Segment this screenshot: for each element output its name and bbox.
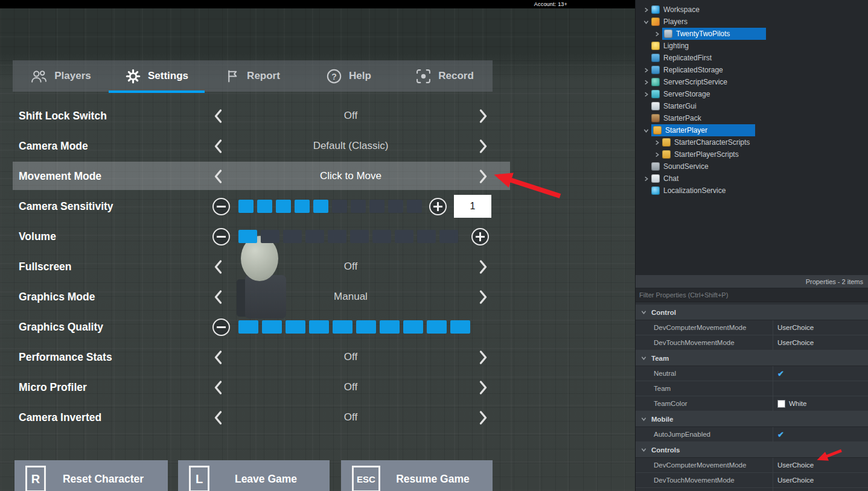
explorer-item-serverscriptservice[interactable]: ServerScriptService <box>636 76 868 88</box>
property-value-cell[interactable] <box>773 488 868 491</box>
slider-segment[interactable] <box>238 230 257 243</box>
property-value-cell[interactable]: ✔ <box>773 427 868 442</box>
selector-prev-button[interactable] <box>212 289 224 305</box>
property-value-cell[interactable]: UserChoice <box>773 335 868 350</box>
slider-segment[interactable] <box>380 320 400 334</box>
tree-collapse-chevron[interactable] <box>640 19 651 25</box>
slider-segment[interactable] <box>238 200 254 213</box>
filter-properties-input[interactable] <box>636 291 868 299</box>
slider-segment[interactable] <box>305 230 324 243</box>
properties-section-controls[interactable]: Controls <box>636 442 868 458</box>
slider-segment[interactable] <box>407 200 422 213</box>
explorer-item-serverstorage[interactable]: ServerStorage <box>636 88 868 100</box>
slider-segment[interactable] <box>439 230 458 243</box>
color-swatch[interactable] <box>777 400 785 408</box>
slider-segment[interactable] <box>388 200 403 213</box>
tab-record[interactable]: Record <box>397 60 493 92</box>
explorer-item-chat[interactable]: Chat <box>636 173 868 185</box>
explorer-item-starterplayerscripts[interactable]: StarterPlayerScripts <box>636 148 868 160</box>
selector-next-button[interactable] <box>477 108 489 124</box>
slider-segment[interactable] <box>450 320 470 334</box>
tree-expand-chevron[interactable] <box>640 176 651 182</box>
slider-segment[interactable] <box>257 200 272 213</box>
selector-prev-button[interactable] <box>212 168 224 185</box>
slider-segment[interactable] <box>295 200 310 213</box>
property-value-cell[interactable]: UserChoice <box>773 320 868 335</box>
slider-segment[interactable] <box>417 230 436 243</box>
slider-segment[interactable] <box>369 200 385 213</box>
selector-prev-button[interactable] <box>212 379 224 396</box>
selector-next-button[interactable] <box>477 259 489 275</box>
increase-button[interactable] <box>471 228 489 246</box>
selector-prev-button[interactable] <box>212 138 224 154</box>
tree-expand-chevron[interactable] <box>651 31 662 37</box>
checkbox-checked-icon[interactable]: ✔ <box>777 430 784 439</box>
explorer-item-soundservice[interactable]: SoundService <box>636 160 868 173</box>
slider-segment[interactable] <box>276 200 291 213</box>
slider-segment[interactable] <box>313 200 328 213</box>
slider-segment[interactable] <box>356 320 376 334</box>
selector-prev-button[interactable] <box>212 259 224 275</box>
tab-settings[interactable]: Settings <box>109 60 205 92</box>
explorer-item-starterplayer[interactable]: StarterPlayer <box>636 124 868 136</box>
property-value-cell[interactable]: White <box>773 396 868 411</box>
tree-expand-chevron[interactable] <box>640 92 651 97</box>
explorer-item-startercharacterscripts[interactable]: StarterCharacterScripts <box>636 136 868 148</box>
selector-next-button[interactable] <box>477 349 489 366</box>
slider-segment[interactable] <box>372 230 391 243</box>
selector-next-button[interactable] <box>477 289 489 305</box>
tree-expand-chevron[interactable] <box>651 152 662 157</box>
tab-help[interactable]: ? Help <box>301 60 397 92</box>
properties-section-mobile[interactable]: Mobile <box>636 411 868 427</box>
slider-segment[interactable] <box>262 320 282 334</box>
decrease-button[interactable] <box>212 228 230 246</box>
checkbox-checked-icon[interactable]: ✔ <box>777 369 784 378</box>
explorer-item-localizationservice[interactable]: LocalizationService <box>636 185 868 197</box>
explorer-item-players[interactable]: Players <box>636 16 868 28</box>
section-collapse-chevron[interactable] <box>636 447 651 452</box>
slider-segment[interactable] <box>351 200 366 213</box>
slider-segment[interactable] <box>350 230 369 243</box>
slider-segment[interactable] <box>238 320 258 334</box>
camera-sensitivity-input[interactable] <box>454 195 491 218</box>
slider-segment[interactable] <box>403 320 423 334</box>
increase-button[interactable] <box>429 198 447 215</box>
selector-next-button[interactable] <box>477 168 489 185</box>
tab-players[interactable]: Players <box>13 60 109 92</box>
explorer-item-replicatedstorage[interactable]: ReplicatedStorage <box>636 64 868 76</box>
property-value-cell[interactable]: UserChoice <box>773 458 868 472</box>
slider-segment[interactable] <box>333 320 353 334</box>
section-collapse-chevron[interactable] <box>636 309 651 315</box>
explorer-item-lighting[interactable]: Lighting <box>636 40 868 52</box>
tree-expand-chevron[interactable] <box>640 68 651 73</box>
tree-expand-chevron[interactable] <box>640 80 651 85</box>
explorer-item-startergui[interactable]: StarterGui <box>636 100 868 112</box>
tree-expand-chevron[interactable] <box>640 7 651 13</box>
slider-segment[interactable] <box>261 230 279 243</box>
section-collapse-chevron[interactable] <box>636 416 651 422</box>
properties-section-control[interactable]: Control <box>636 305 868 320</box>
explorer-item-workspace[interactable]: Workspace <box>636 4 868 16</box>
slider-segment[interactable] <box>328 230 346 243</box>
selector-prev-button[interactable] <box>212 349 224 366</box>
slider-segment[interactable] <box>332 200 347 213</box>
property-value-cell[interactable]: UserChoice <box>773 473 868 487</box>
tree-collapse-chevron[interactable] <box>640 128 651 133</box>
explorer-item-starterpack[interactable]: StarterPack <box>636 112 868 124</box>
decrease-button[interactable] <box>212 318 230 336</box>
property-value-cell[interactable] <box>773 381 868 396</box>
tab-report[interactable]: Report <box>205 60 301 92</box>
selector-next-button[interactable] <box>477 410 489 426</box>
selector-next-button[interactable] <box>477 138 489 154</box>
tree-expand-chevron[interactable] <box>651 140 662 145</box>
slider-segment[interactable] <box>286 320 305 334</box>
resume-game-button[interactable]: ESCResume Game <box>341 460 493 491</box>
decrease-button[interactable] <box>212 198 230 215</box>
leave-game-button[interactable]: LLeave Game <box>178 460 330 491</box>
property-value[interactable]: UserChoice <box>777 339 814 346</box>
property-value-cell[interactable]: ✔ <box>773 366 868 381</box>
properties-section-team[interactable]: Team <box>636 350 868 366</box>
explorer-item-twentytwopilots[interactable]: TwentyTwoPilots <box>636 28 868 40</box>
slider-segment[interactable] <box>283 230 302 243</box>
explorer-item-replicatedfirst[interactable]: ReplicatedFirst <box>636 52 868 64</box>
